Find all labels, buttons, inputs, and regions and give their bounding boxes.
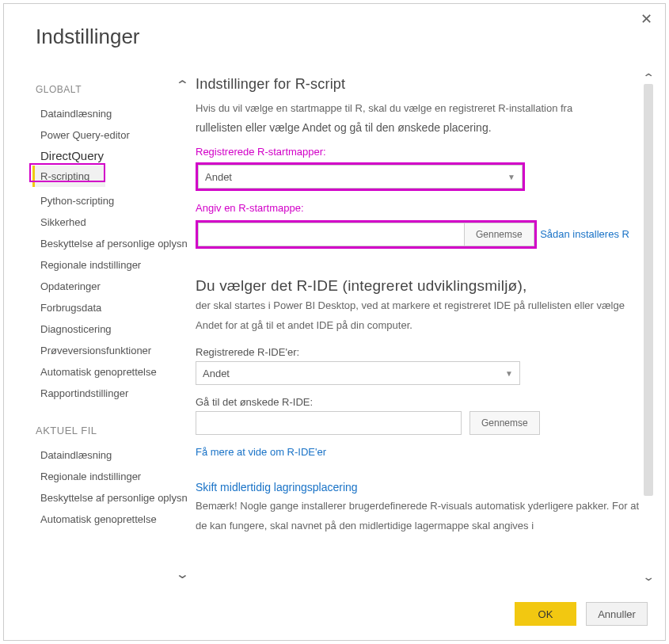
rscript-description: Hvis du vil vælge en startmappe til R, s… (196, 99, 646, 138)
sidebar-item-power-query[interactable]: Power Query-editor (32, 124, 188, 146)
select-detected-r-home[interactable]: Andet ▼ (198, 165, 523, 189)
sidebar-item-privacy[interactable]: Beskyttelse af personlige oplysninger (32, 233, 188, 254)
dialog-body: ⌃ GLOBALT Dataindlæsning Power Query-edi… (4, 65, 665, 591)
sidebar-item-directquery[interactable]: DirectQuery (32, 146, 188, 166)
sidebar-item-data-load[interactable]: Dataindlæsning (32, 103, 188, 124)
sidebar-item-autorecovery[interactable]: Automatisk genoprettelse (32, 361, 188, 383)
scrollbar-thumb[interactable] (644, 84, 653, 496)
caret-down-icon: ▼ (505, 369, 513, 378)
section-heading-rscript: Indstillinger for R-script (196, 76, 646, 93)
r-home-row: Gennemse (198, 223, 534, 246)
sidebar-item-diagnostics[interactable]: Diagnosticering (32, 318, 188, 340)
select-detected-ride[interactable]: Andet ▼ (196, 361, 520, 385)
sidebar-item-regional[interactable]: Regionale indstillinger (32, 254, 188, 276)
sidebar-item-security[interactable]: Sikkerhed (32, 211, 188, 233)
close-icon[interactable]: ✕ (640, 10, 652, 28)
sidebar-item-preview[interactable]: Prøveversionsfunktioner (32, 340, 188, 361)
sidebar-header-current-file: AKTUEL FIL (32, 418, 188, 444)
section-heading-ride: Du vælger det R-IDE (integreret udviklin… (196, 277, 646, 295)
sidebar-item-r-scripting[interactable]: R-scripting (32, 166, 105, 187)
sidebar-item-cf-autorecovery[interactable]: Automatisk genoprettelse (32, 509, 188, 530)
highlight-annotation: Gennemse (196, 220, 537, 249)
sidebar-item-cf-data-load[interactable]: Dataindlæsning (32, 444, 188, 466)
cancel-button[interactable]: Annuller (586, 602, 648, 626)
sidebar-item-cf-privacy[interactable]: Beskyttelse af personlige oplysninger (32, 487, 188, 509)
storage-description: Bemærk! Nogle gange installerer brugerde… (196, 497, 646, 535)
caret-down-icon: ▼ (507, 173, 515, 181)
sidebar-item-updates[interactable]: Opdateringer (32, 276, 188, 297)
highlight-annotation: Andet ▼ (196, 162, 525, 191)
browse-button-r-home[interactable]: Gennemse (464, 223, 534, 246)
browse-button-ride[interactable]: Gennemse (469, 411, 540, 435)
main-panel: ⌃ ⌄ Indstillinger for R-script Hvis du v… (188, 65, 654, 591)
sidebar-header-global: GLOBALT (32, 78, 188, 103)
sidebar-item-python-scripting[interactable]: Python-scripting (32, 190, 188, 211)
ride-description: der skal startes i Power BI Desktop, ved… (196, 296, 646, 335)
link-how-to-install-r[interactable]: Sådan installeres R (540, 228, 629, 240)
select-value: Andet (205, 171, 232, 183)
sidebar-item-cf-regional[interactable]: Regionale indstillinger (32, 466, 188, 487)
r-home-input[interactable] (198, 223, 464, 246)
sidebar-item-report-settings[interactable]: Rapportindstillinger (32, 383, 188, 404)
chevron-up-icon[interactable]: ⌃ (642, 71, 654, 84)
scrollbar[interactable]: ⌃ ⌄ (643, 73, 654, 581)
dialog-footer: OK Annuller (4, 591, 665, 640)
label-detected-ride: Registrerede R-IDE'er: (196, 346, 646, 358)
ride-goto-row: Gennemse (196, 411, 646, 435)
label-detected-r-home: Registrerede R-startmapper: (196, 146, 646, 158)
ok-button[interactable]: OK (515, 602, 576, 626)
select-value: Andet (203, 368, 230, 379)
sidebar: ⌃ GLOBALT Dataindlæsning Power Query-edi… (32, 65, 188, 591)
section-heading-storage[interactable]: Skift midlertidig lagringsplacering (196, 481, 646, 493)
label-goto-ride: Gå til det ønskede R-IDE: (196, 396, 646, 408)
chevron-down-icon[interactable]: ⌄ (642, 570, 654, 583)
dialog-title: Indstillinger (4, 4, 665, 65)
settings-dialog: ✕ Indstillinger ⌃ GLOBALT Dataindlæsning… (3, 3, 666, 641)
link-learn-ride[interactable]: Få mere at vide om R-IDE'er (196, 446, 326, 458)
label-r-home: Angiv en R-startmappe: (196, 202, 646, 214)
sidebar-item-usage[interactable]: Forbrugsdata (32, 297, 188, 318)
ride-goto-input[interactable] (196, 411, 462, 435)
